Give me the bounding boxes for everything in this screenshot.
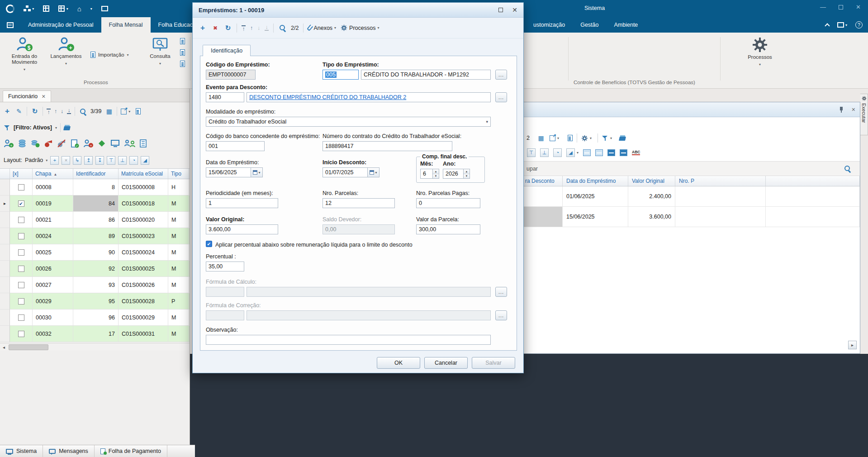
collapse-ribbon-icon[interactable] — [825, 23, 830, 28]
terminal-icon[interactable] — [110, 139, 120, 148]
whistle-remove-icon[interactable] — [57, 139, 66, 148]
previous-record-button[interactable]: ↑ — [250, 26, 253, 30]
window-icon[interactable] — [101, 6, 108, 11]
employee-add-icon[interactable]: + — [4, 139, 14, 148]
payroll-coins-alt-icon[interactable] — [31, 139, 40, 148]
contrato-field[interactable]: 188898417 — [323, 141, 452, 151]
aplicar-percentual-checkbox[interactable]: ✔ — [206, 241, 212, 247]
calendar-icon[interactable] — [251, 168, 262, 177]
modalidade-select[interactable]: Crédito do Trabalhador eSocial▾ — [206, 117, 491, 127]
row-checkbox[interactable] — [10, 277, 33, 293]
table-row[interactable]: 0002489C01S000023M — [0, 228, 190, 244]
menu-book-icon[interactable] — [0, 17, 20, 33]
mes-stepper[interactable]: 6▲▼ — [420, 169, 439, 179]
valor-parcela-field[interactable]: 300,00 — [416, 224, 480, 234]
add-record-button[interactable] — [3, 106, 11, 116]
row-checkbox[interactable] — [10, 244, 33, 261]
freeze-column-icon[interactable]: ⊥ — [540, 148, 549, 157]
layout-add-icon[interactable]: + — [50, 156, 59, 165]
package-icon[interactable] — [97, 139, 106, 148]
table-row[interactable]: 0003217C01S000031M — [0, 326, 190, 342]
first-record-button[interactable]: ↑ — [47, 108, 51, 114]
dialog-titlebar[interactable]: Empréstimos: 1 - 00019 ✕ — [193, 3, 523, 18]
header-tipo[interactable]: Tipo — [168, 169, 189, 179]
cancel-button[interactable]: Cancelar — [424, 357, 468, 369]
abc-icon[interactable]: ABC — [632, 150, 640, 155]
formula-calculo-browse-button[interactable]: ... — [495, 287, 507, 297]
export-button[interactable] — [121, 106, 130, 116]
executar-side-tab[interactable]: Executar — [860, 94, 868, 135]
codigo-emprestimo-field[interactable]: EMPT0000007 — [206, 70, 256, 80]
filter-label[interactable]: [Filtro: Ativos] — [14, 124, 52, 131]
processos-button[interactable]: Processos — [341, 23, 379, 33]
search-button[interactable] — [79, 106, 87, 116]
spinner-icon[interactable]: ▲▼ — [432, 169, 439, 178]
layout-export-down-icon[interactable]: ↧ — [95, 156, 104, 165]
evento-desconto-browse-button[interactable]: ... — [495, 92, 507, 102]
table-row[interactable]: 0002186C01S000020M — [0, 212, 190, 228]
pie-icon[interactable]: ◔ — [129, 156, 138, 165]
chart-button[interactable]: ◢ — [566, 148, 579, 157]
importacao-button[interactable]: Importação — [90, 52, 129, 58]
chart-icon[interactable]: ◢ — [141, 156, 149, 165]
employee-remove-icon[interactable]: × — [83, 139, 93, 148]
row-checkbox[interactable] — [10, 179, 33, 195]
row-checkbox[interactable] — [10, 309, 33, 326]
pie-icon[interactable]: ◔ — [553, 148, 562, 157]
tab-funcionario[interactable]: Funcionário — [3, 90, 51, 102]
next-record-button[interactable]: ↓ — [61, 109, 63, 114]
layout-import-icon[interactable]: ↳ — [73, 156, 81, 165]
header-identificador[interactable]: Identificador — [73, 169, 119, 179]
ano-stepper[interactable]: 2026▲▼ — [443, 169, 470, 179]
system-menu[interactable]: Sistema — [584, 5, 605, 11]
layout-select[interactable]: Padrão — [25, 157, 47, 163]
inicio-desconto-field[interactable]: 01/07/2025 — [323, 167, 379, 177]
table-row[interactable]: 0002995C01S000028P — [0, 293, 190, 309]
statusbar-folha-pagamento[interactable]: Folha de Pagamento — [95, 445, 167, 457]
lancamentos-button[interactable]: + Lançamentos — [46, 37, 86, 67]
formula-correcao-browse-button[interactable]: ... — [495, 310, 507, 320]
maximize-button[interactable] — [839, 5, 843, 10]
layout-delete-icon[interactable]: × — [62, 156, 70, 165]
horizontal-scrollbar[interactable] — [0, 343, 190, 351]
columns-icon[interactable] — [105, 106, 113, 116]
statusbar-sistema[interactable]: Sistema — [0, 445, 43, 457]
payroll-coins-icon[interactable] — [18, 139, 27, 148]
save-button[interactable]: Salvar — [472, 357, 515, 369]
header-chapa[interactable]: Chapa — [33, 169, 73, 179]
close-dialog-button[interactable]: ✕ — [512, 6, 517, 14]
add-record-button[interactable] — [199, 23, 207, 33]
row-checkbox[interactable] — [10, 261, 33, 277]
last-record-button[interactable]: ↓ — [265, 25, 269, 31]
ok-button[interactable]: OK — [377, 357, 420, 369]
close-button[interactable]: ✕ — [856, 4, 861, 10]
layout-export-up-icon[interactable]: ↥ — [84, 156, 93, 165]
report-button[interactable] — [566, 133, 574, 143]
close-panel-icon[interactable] — [852, 106, 855, 113]
employee-transfer-icon[interactable] — [124, 139, 135, 148]
row-checkbox[interactable] — [10, 195, 33, 212]
data-emprestimo-field[interactable]: 15/06/2025 — [206, 167, 263, 177]
export-button[interactable] — [550, 133, 559, 143]
row-checkbox[interactable] — [10, 228, 33, 244]
tab-customizacao[interactable]: ustomização — [526, 17, 573, 33]
help-icon[interactable] — [855, 21, 863, 29]
home-caret-icon[interactable] — [90, 7, 92, 11]
maximize-dialog-button[interactable] — [498, 8, 503, 12]
table-row[interactable]: 0002692C01S000025M — [0, 261, 190, 277]
report-small-icon[interactable] — [180, 38, 185, 44]
report-list-icon[interactable] — [139, 139, 147, 148]
view-hsplit-icon[interactable] — [620, 149, 627, 156]
apps-grid-icon[interactable] — [43, 5, 49, 12]
tipo-emprestimo-desc-field[interactable]: CRÉDITO DO TRABALHADOR - MP1292 — [361, 70, 491, 80]
header-data-emprestimo[interactable]: Data do Empréstimo — [563, 176, 628, 186]
tab-gestao[interactable]: Gestão — [573, 17, 606, 33]
whistle-icon[interactable] — [44, 139, 53, 148]
scroll-left-icon[interactable] — [0, 345, 8, 350]
freeze-column-icon[interactable]: ⊥ — [118, 156, 127, 165]
calendar-icon[interactable] — [367, 168, 379, 177]
document-small-icon[interactable] — [180, 49, 185, 56]
settings-button[interactable] — [581, 133, 592, 143]
book-icon[interactable] — [64, 125, 71, 131]
columns-icon[interactable] — [537, 133, 545, 143]
